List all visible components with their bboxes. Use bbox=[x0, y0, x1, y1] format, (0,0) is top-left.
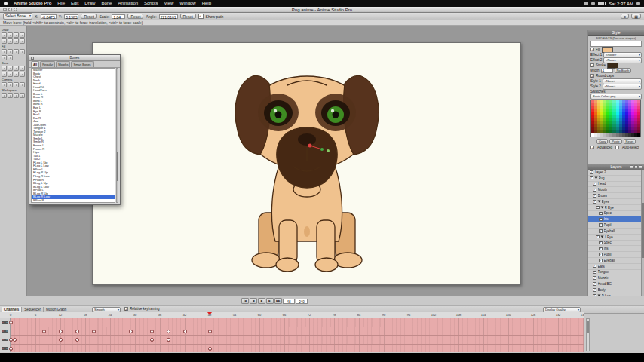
tool-reparent-bone[interactable] bbox=[8, 72, 13, 77]
layer-visibility-checkbox[interactable] bbox=[596, 206, 600, 210]
position-reset-button[interactable]: Reset bbox=[81, 14, 97, 19]
tool-roll-camera[interactable] bbox=[14, 82, 19, 87]
keyframe-bone-angles-f20[interactable] bbox=[92, 330, 96, 333]
keyframe-bone-positions-f12[interactable] bbox=[59, 338, 63, 342]
layer-row-9-pupil[interactable]: Pupil bbox=[588, 222, 641, 229]
step-forward-button[interactable]: ▶| bbox=[266, 298, 274, 304]
auto-select-checkbox[interactable] bbox=[615, 146, 619, 149]
tool-add-point[interactable] bbox=[14, 32, 19, 38]
bone-handle-tip[interactable] bbox=[320, 148, 324, 151]
tool-rotate-workspace[interactable] bbox=[8, 93, 13, 98]
layer-visibility-checkbox[interactable] bbox=[599, 229, 603, 233]
delete-layer-icon[interactable] bbox=[639, 165, 642, 169]
layer-visibility-checkbox[interactable] bbox=[599, 212, 603, 216]
keyframe-bone-positions-f34[interactable] bbox=[150, 338, 154, 342]
keyframe-bone-positions-f1[interactable] bbox=[13, 338, 17, 342]
layer-row-6-r-eye[interactable]: R Eye bbox=[588, 205, 641, 211]
layer-visibility-checkbox[interactable] bbox=[593, 189, 596, 192]
menu-clock[interactable]: Sat 2:37 AM bbox=[609, 2, 633, 6]
layer-visibility-checkbox[interactable] bbox=[593, 282, 596, 286]
tool-paint-bucket[interactable] bbox=[14, 49, 19, 54]
keyframe-bone-angles-f42[interactable] bbox=[183, 330, 187, 333]
layer-row-19-head-bg[interactable]: Head BG bbox=[588, 281, 641, 287]
relative-keyframing-checkbox[interactable] bbox=[124, 307, 128, 311]
new-layer-icon[interactable] bbox=[630, 165, 633, 169]
fill-checkbox[interactable] bbox=[590, 48, 594, 51]
tool-pan[interactable] bbox=[2, 93, 7, 98]
tool-draw-shape[interactable] bbox=[2, 38, 7, 44]
tool-translate-bone[interactable] bbox=[8, 66, 13, 71]
layer-visibility-checkbox[interactable] bbox=[596, 235, 600, 239]
keyframe-bone-positions-f0[interactable] bbox=[9, 338, 13, 342]
wifi-icon[interactable] bbox=[591, 2, 595, 5]
menu-help[interactable]: Help bbox=[199, 1, 214, 5]
keyframe-bone-angles-f34[interactable] bbox=[150, 330, 154, 333]
style-name-field[interactable] bbox=[590, 41, 642, 47]
tool-pan-tilt-camera[interactable] bbox=[20, 82, 25, 87]
layer-visibility-checkbox[interactable] bbox=[590, 170, 593, 174]
layer-expand-icon[interactable] bbox=[594, 177, 597, 179]
tool-freehand[interactable] bbox=[20, 32, 25, 38]
zoom-window-button[interactable] bbox=[14, 8, 17, 11]
bone-tab-regular[interactable]: Regular bbox=[40, 61, 55, 67]
bone-handle-child[interactable] bbox=[327, 149, 330, 152]
menu-view[interactable]: View bbox=[161, 1, 176, 5]
keyframe-layer-transform-f0[interactable] bbox=[9, 321, 13, 324]
tool-create-shape[interactable] bbox=[8, 49, 13, 54]
layer-visibility-checkbox[interactable] bbox=[590, 176, 593, 180]
bone-panel-title-bar[interactable]: Bones bbox=[29, 55, 120, 61]
menu-animation[interactable]: Animation bbox=[115, 1, 141, 5]
brush-button[interactable]: No Brush bbox=[615, 68, 632, 73]
step-back-button[interactable]: ◀ bbox=[250, 298, 257, 304]
tool-zoom[interactable] bbox=[14, 93, 19, 98]
x-position-field[interactable]: -0.0475 bbox=[41, 14, 57, 19]
layer-visibility-checkbox[interactable] bbox=[599, 241, 603, 245]
timeline-scroll-thumb[interactable] bbox=[587, 321, 589, 333]
scale-field[interactable]: 1.04 bbox=[112, 14, 125, 19]
tool-add-bone[interactable] bbox=[2, 72, 7, 77]
bone-tab-smart-bones[interactable]: Smart Bones bbox=[71, 61, 93, 67]
effect2-combo[interactable]: <None> bbox=[603, 57, 642, 63]
stroke-checkbox[interactable] bbox=[590, 63, 594, 67]
menu-anime-studio-pro[interactable]: Anime Studio Pro bbox=[11, 1, 54, 5]
current-frame-field[interactable]: 48 bbox=[283, 299, 295, 304]
layer-visibility-checkbox[interactable] bbox=[599, 259, 603, 262]
toolbar-misc-button-2[interactable]: ▦ bbox=[631, 14, 641, 19]
layer-visibility-checkbox[interactable] bbox=[593, 183, 596, 186]
layer-expand-icon[interactable] bbox=[597, 201, 600, 203]
layer-row-13-iris[interactable]: Iris bbox=[588, 246, 641, 252]
tool-bind-points[interactable] bbox=[20, 72, 25, 77]
menu-window[interactable]: Window bbox=[176, 1, 198, 5]
tool-scale-bone[interactable] bbox=[20, 66, 25, 71]
keyframe-bone-angles-f29[interactable] bbox=[129, 330, 133, 333]
bone-list-scrollbar[interactable] bbox=[116, 68, 118, 203]
document-canvas[interactable] bbox=[92, 42, 521, 285]
timeline-scrollbar[interactable] bbox=[586, 318, 590, 351]
layer-row-7-spec[interactable]: Spec bbox=[588, 211, 641, 217]
menu-bone[interactable]: Bone bbox=[98, 1, 115, 5]
tool-reset-view[interactable] bbox=[20, 93, 25, 98]
bone-tab-all[interactable]: All bbox=[31, 61, 39, 67]
tool-transform-points[interactable] bbox=[8, 32, 13, 38]
angle-field[interactable]: 221.0161 bbox=[159, 14, 178, 19]
menu-draw[interactable]: Draw bbox=[81, 1, 98, 5]
layer-row-4-brows[interactable]: Brows bbox=[588, 193, 641, 199]
timeline-ruler[interactable]: 0612182430364248546066727884909610210811… bbox=[0, 312, 584, 318]
bone-tab-morphs[interactable]: Morphs bbox=[56, 61, 70, 67]
layer-row-12-spec[interactable]: Spec bbox=[588, 241, 641, 247]
paste-style-button[interactable]: Paste bbox=[609, 139, 621, 144]
timeline-track-bone-scale[interactable] bbox=[11, 345, 584, 353]
show-path-checkbox[interactable] bbox=[198, 14, 204, 19]
layer-row-18-muzzle[interactable]: Muzzle bbox=[588, 275, 641, 281]
play-button[interactable]: ▶ bbox=[258, 298, 265, 304]
tool-delete-edge[interactable] bbox=[8, 55, 13, 60]
keyframe-bone-scale-f0[interactable] bbox=[9, 347, 13, 351]
bone-list-scroll-thumb[interactable] bbox=[117, 152, 118, 181]
timeline-tracks[interactable] bbox=[0, 318, 584, 352]
style-panel-header[interactable]: Style bbox=[588, 30, 644, 36]
timeline-track-layer-transform[interactable] bbox=[11, 318, 584, 327]
keyframe-bone-positions-f38[interactable] bbox=[167, 338, 170, 342]
tool-rotate-bone[interactable] bbox=[14, 66, 19, 71]
duplicate-layer-icon[interactable] bbox=[634, 165, 638, 169]
tool-select-points[interactable] bbox=[2, 32, 7, 38]
